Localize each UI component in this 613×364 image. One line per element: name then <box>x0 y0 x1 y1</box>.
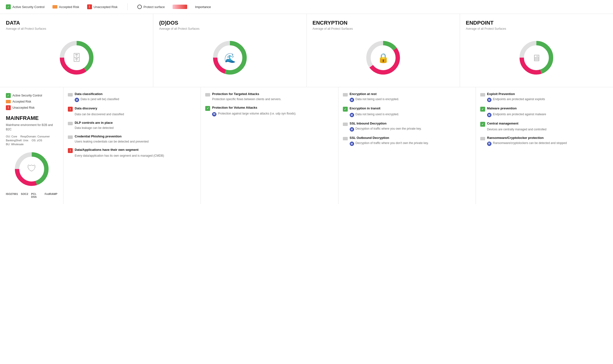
sidebar-legend-unaccepted: ! Unaccepted Risk <box>6 105 57 110</box>
control-header: ✓ Protection for Volume Attacks <box>205 106 334 111</box>
check-status-icon: ✓ <box>480 122 485 127</box>
control-desc: Decryption of traffic where you own the … <box>356 127 422 131</box>
svg-text:🛡: 🛡 <box>27 163 36 173</box>
legend-importance-label: Importance <box>195 5 211 9</box>
content-columns: Data classification MData is (and will b… <box>63 87 613 204</box>
control-header: ! Data discovery <box>68 106 196 112</box>
control-desc: Data not being used is encrypted. <box>356 112 399 117</box>
control-name: Data/Applications have their own segment <box>75 148 139 152</box>
control-desc: Data not being used is encrypted. <box>356 97 399 101</box>
control-name: Encryption in transit <box>350 106 380 111</box>
gray-status-icon <box>343 93 348 96</box>
separator <box>127 3 128 10</box>
control-name: Encryption at rest <box>350 92 377 96</box>
panel-title-ddos: (D)DOS <box>159 20 300 26</box>
m-badge: M <box>212 112 216 117</box>
check-status-icon: ✓ <box>480 107 485 112</box>
control-item: Protection for Targeted Attacks Protecti… <box>205 92 334 101</box>
gray-status-icon <box>68 93 73 96</box>
gray-status-icon <box>480 137 485 140</box>
m-badge: M <box>487 98 491 102</box>
exclaim-icon: ! <box>6 105 11 110</box>
control-desc: Users leaking credentials can be detecte… <box>75 140 149 144</box>
gray-status-icon <box>343 137 348 140</box>
control-item: Exploit Prevention MEndpoints are protec… <box>480 92 609 102</box>
control-desc: Endpoints are protected against malware <box>493 112 546 117</box>
control-desc: Endpoints are protected against exploits <box>493 97 545 101</box>
control-desc: Every data/application has its own segme… <box>75 154 164 158</box>
control-name: Exploit Prevention <box>487 92 515 96</box>
control-item: Encryption at rest MData not being used … <box>343 92 471 102</box>
legend-protect-label: Protect surface <box>143 5 165 9</box>
mainframe-donut: 🛡 <box>6 150 57 189</box>
control-header: Encryption at rest <box>343 92 471 96</box>
legend-active-label: Active Security Control <box>13 5 45 9</box>
ou-label: OU: Core <box>6 135 17 138</box>
control-name: Protection for Targeted Attacks <box>212 92 259 96</box>
circle-icon <box>137 5 142 9</box>
control-name: Central management <box>487 122 518 126</box>
control-name: Data discovery <box>75 106 97 111</box>
control-header: ! Data/Applications have their own segme… <box>68 148 196 153</box>
panel-title-encryption: ENCRYPTION <box>313 20 454 26</box>
svg-text:🖥: 🖥 <box>532 53 541 63</box>
control-item: SSL Inbound Decryption MDecryption of tr… <box>343 122 471 131</box>
control-header: Protection for Targeted Attacks <box>205 92 334 96</box>
control-item: ! Data/Applications have their own segme… <box>68 148 196 158</box>
control-name: SSL Outbound Decryption <box>350 136 389 140</box>
control-header: ✓ Encryption in transit <box>343 106 471 112</box>
sidebar-legend: ✓ Active Security Control Accepted Risk … <box>6 93 57 110</box>
control-desc: Protection against large volume attacks … <box>218 112 296 116</box>
legend-unaccepted-risk: ! Unaccepted Risk <box>87 4 118 9</box>
mainframe-desc: Mainframe environment for B2B and B2C <box>6 123 57 131</box>
control-item: DLP controls are in place Data leakage c… <box>68 121 196 130</box>
control-desc: Data can be discovered and classified <box>75 112 124 117</box>
control-header: ✓ Central management <box>480 122 609 127</box>
m-badge: M <box>75 98 79 102</box>
m-badge: M <box>487 113 491 117</box>
control-desc: Data leakage can be detected <box>75 126 113 130</box>
control-item: ✓ Malware prevention MEndpoints are prot… <box>480 106 609 117</box>
m-badge: M <box>350 142 354 146</box>
sidebar-legend-active: ✓ Active Security Control <box>6 93 57 98</box>
orange-icon <box>6 100 11 103</box>
control-desc: Decryption of traffic where you don't ow… <box>356 141 429 145</box>
tag-fedramp: FedRAMP <box>45 193 57 198</box>
control-header: Credential Phishing prevention <box>68 134 196 139</box>
control-item: Data classification MData is (and will b… <box>68 92 196 102</box>
mainframe-tags: ISO27001 SOC2 PCI-DSS FedRAMP <box>6 193 57 198</box>
label: Unaccepted Risk <box>13 106 35 109</box>
control-desc: Data is (and will be) classified <box>81 97 119 101</box>
orange-box-icon <box>53 5 57 9</box>
control-item: ! Data discovery Data can be discovered … <box>68 106 196 117</box>
panel-title-data: DATA <box>6 20 147 26</box>
top-legend-bar: ✓ Active Security Control Accepted Risk … <box>0 0 613 14</box>
mainframe-ou: OU: Core RespDomain: Consumer <box>6 135 57 138</box>
panel-donut-data: 🗄 <box>6 34 147 81</box>
exclaim-icon: ! <box>87 4 92 9</box>
content-col-encryption-col: Encryption at rest MData not being used … <box>338 87 476 204</box>
control-item: ✓ Protection for Volume Attacks MProtect… <box>205 106 334 117</box>
control-desc: Devices are centrally managed and contro… <box>487 127 546 131</box>
control-header: SSL Outbound Decryption <box>343 136 471 140</box>
mainframe-bu: BU: Wholesale <box>6 143 57 146</box>
tag-soc2: SOC2 <box>21 193 28 198</box>
panel-donut-ddos: 🌊 <box>159 34 300 81</box>
control-header: SSL Inbound Decryption <box>343 122 471 126</box>
mainframe-shell: BankingShell: Unix OS: zOS <box>6 139 57 142</box>
legend-unaccepted-label: Unaccepted Risk <box>94 5 118 9</box>
panel-subtitle-data: Average of all Protect Surfaces <box>6 27 147 30</box>
legend-accepted-risk: Accepted Risk <box>53 5 79 9</box>
banking-shell-label: BankingShell: Unix <box>6 139 28 142</box>
legend-active-security: ✓ Active Security Control <box>6 4 45 9</box>
panel-title-endpoint: ENDPOINT <box>466 20 607 26</box>
label: Accepted Risk <box>13 100 31 103</box>
sidebar-legend-accepted: Accepted Risk <box>6 100 57 103</box>
control-item: ✓ Encryption in transit MData not being … <box>343 106 471 117</box>
m-badge: M <box>487 142 491 146</box>
control-name: SSL Inbound Decryption <box>350 122 387 126</box>
label: Active Security Control <box>13 94 42 97</box>
control-name: Credential Phishing prevention <box>75 134 122 139</box>
content-col-ddos-col: Protection for Targeted Attacks Protecti… <box>201 87 338 204</box>
control-item: Credential Phishing prevention Users lea… <box>68 134 196 144</box>
